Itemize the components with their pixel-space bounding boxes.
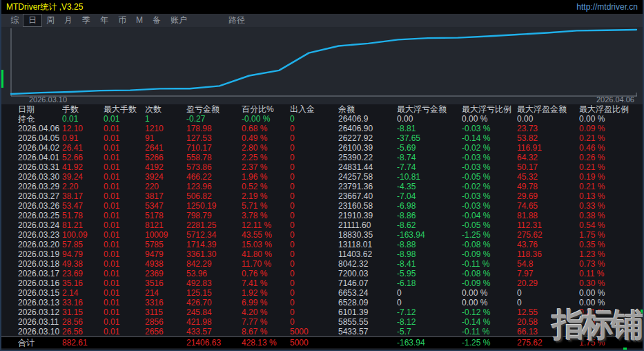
- table-cell: 492.83: [186, 278, 242, 288]
- table-cell: -0.12 %: [462, 307, 517, 317]
- menu-item-M[interactable]: M: [131, 15, 148, 26]
- table-row: 2026.03.1849.380.014938842.2911.70 %0804…: [1, 259, 643, 269]
- table-cell: 2856: [145, 317, 186, 327]
- table-cell: 0.19 %: [579, 172, 643, 182]
- table-cell: 11403.62: [338, 249, 397, 259]
- app-title: MTDriver统计 ,V3.25: [6, 1, 83, 13]
- table-cell: -6.98: [397, 201, 462, 211]
- table-cell: -7.74: [397, 162, 462, 172]
- table-cell: 6653.24: [338, 288, 397, 298]
- row-label: 2026.03.24: [18, 220, 62, 230]
- table-cell: 214: [145, 288, 186, 298]
- table-cell: 842.29: [186, 259, 242, 269]
- row-label: 2026.03.12: [18, 307, 62, 317]
- table-cell: 710.17: [186, 143, 242, 153]
- table-cell: -8.81: [397, 124, 462, 133]
- menu-item-账户[interactable]: 账户: [166, 15, 192, 26]
- table-cell: 2281.25: [186, 220, 242, 230]
- menu-item-季[interactable]: 季: [77, 15, 95, 26]
- table-cell: -10.81: [397, 172, 462, 182]
- menu-item-年[interactable]: 年: [95, 15, 113, 26]
- table-cell: 0: [290, 230, 338, 240]
- table-cell: 0.01: [104, 172, 145, 182]
- table-cell: -0.11 %: [462, 327, 517, 336]
- table-cell: 506.82: [186, 191, 242, 201]
- table-row: 2026.03.1635.160.013516492.837.41 %07146…: [1, 278, 643, 288]
- table-cell: 12.11 %: [242, 220, 290, 230]
- chart-start-date-label: 2026.03.10: [29, 95, 67, 104]
- table-cell: 123.96: [186, 182, 242, 191]
- table-cell: 0.68 %: [242, 124, 290, 133]
- table-cell: 3361.30: [186, 249, 242, 259]
- table-cell: -0.09 %: [462, 249, 517, 259]
- website-link[interactable]: http://mtdriver.cn: [576, 2, 638, 12]
- table-cell: 26227.92: [338, 133, 397, 143]
- table-cell: 0: [290, 162, 338, 172]
- table-cell: 23.73: [517, 124, 579, 133]
- row-label: 2026.03.20: [18, 240, 62, 249]
- table-row: 2026.03.2551.780.015178798.793.78 %02191…: [1, 211, 643, 220]
- table-row: 2026.03.1128.560.012856421.987.77 %05855…: [1, 317, 643, 327]
- table-cell: 3.78 %: [242, 211, 290, 220]
- table-cell: 0: [517, 288, 579, 298]
- table-cell: 26406.9: [338, 114, 397, 124]
- menu-item-备[interactable]: 备: [148, 15, 166, 26]
- table-row: 2026.03.1994.790.0194793361.3041.80 %011…: [1, 249, 643, 259]
- table-cell: 15.03 %: [242, 240, 290, 249]
- table-cell: 57.85: [62, 240, 104, 249]
- table-cell: 0.09 %: [579, 124, 643, 133]
- table-cell: -0.03 %: [462, 191, 517, 201]
- table-cell: 53.82: [517, 133, 579, 143]
- table-cell: 29.69: [517, 191, 579, 201]
- table-cell: -0.14 %: [462, 317, 517, 327]
- column-header: 最大浮盈比例: [579, 104, 643, 114]
- table-cell: 53.47: [62, 201, 104, 211]
- table-cell: 1: [145, 114, 186, 124]
- table-cell: 0: [290, 114, 338, 124]
- table-cell: 2369: [145, 269, 186, 278]
- table-cell: 0: [290, 172, 338, 182]
- table-cell: 1714.39: [186, 240, 242, 249]
- menu-item-日[interactable]: 日: [23, 15, 41, 26]
- row-label: 2026.03.11: [18, 317, 62, 327]
- table-row: 2026.04.050.910.0191127.530.49 %026227.9…: [1, 133, 643, 143]
- table-cell: 1.75 %: [579, 230, 643, 240]
- table-cell: 3316: [145, 298, 186, 307]
- table-cell: -0.03 %: [462, 124, 517, 133]
- table-cell: 21406.63: [186, 337, 242, 348]
- table-cell: 0.01: [62, 114, 104, 124]
- menu-item-月[interactable]: 月: [59, 15, 77, 26]
- row-label: 2026.03.31: [18, 162, 62, 172]
- column-header: 最大浮亏金额: [397, 104, 462, 114]
- table-row: 2026.03.3039.240.013924466.221.96 %02425…: [1, 172, 643, 182]
- table-cell: -0.00 %: [242, 114, 290, 124]
- table-cell: 0.01: [104, 288, 145, 298]
- table-cell: 0: [290, 278, 338, 288]
- column-header: 手数: [62, 104, 104, 114]
- menu-item-周[interactable]: 周: [41, 15, 59, 26]
- table-row: 2026.03.2481.210.0181212281.2512.11 %021…: [1, 220, 643, 230]
- table-cell: 0.01: [104, 278, 145, 288]
- table-cell: 4938: [145, 259, 186, 269]
- table-cell: 0.00: [397, 114, 462, 124]
- table-cell: 0: [290, 249, 338, 259]
- table-cell: 10009: [145, 230, 186, 240]
- table-cell: 0: [290, 153, 338, 162]
- menu-item-path[interactable]: 路径: [224, 15, 250, 26]
- table-cell: 1210: [145, 124, 186, 133]
- table-cell: 5.71 %: [242, 201, 290, 211]
- table-cell: 41.80 %: [242, 249, 290, 259]
- table-cell: 25390.22: [338, 153, 397, 162]
- row-label: 2026.03.27: [18, 191, 62, 201]
- menu-item-币[interactable]: 币: [113, 15, 131, 26]
- table-cell: 5433.57: [338, 327, 397, 336]
- table-cell: 0.01: [104, 327, 145, 336]
- table-cell: 0.00 %: [579, 288, 643, 298]
- table-cell: 0.00 %: [462, 288, 517, 298]
- table-cell: 421.98: [186, 317, 242, 327]
- table-cell: 0.76 %: [242, 269, 290, 278]
- table-cell: 0: [290, 191, 338, 201]
- menu-item-综[interactable]: 综: [6, 15, 23, 26]
- table-cell: 6101.39: [338, 307, 397, 317]
- table-cell: 116.91: [517, 143, 579, 153]
